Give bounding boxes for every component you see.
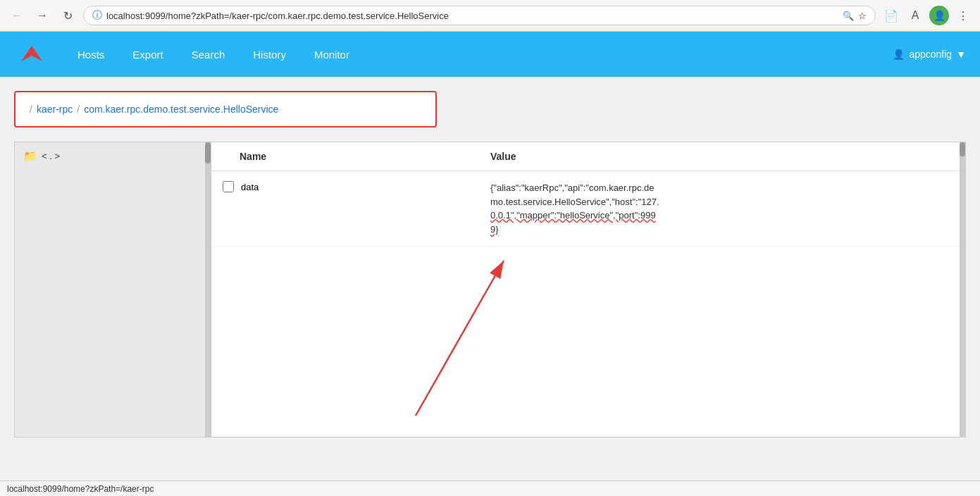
nav-export[interactable]: Export	[118, 32, 177, 77]
table-cell-name: data	[211, 171, 479, 247]
forward-button[interactable]: →	[32, 6, 52, 25]
nav-links: Hosts Export Search History Monitor	[63, 32, 893, 77]
profile-avatar[interactable]: 👤	[929, 6, 949, 25]
annotation-overlay	[211, 247, 965, 423]
logo-bird	[21, 46, 42, 61]
reload-button[interactable]: ↻	[58, 6, 77, 25]
username-label: appconfig	[909, 49, 952, 60]
app-logo	[14, 40, 49, 68]
table-cell-value: {"alias":"kaerRpc","api":"com.kaer.rpc.d…	[479, 171, 965, 247]
table-header-row: Name Value	[211, 142, 965, 171]
nav-user[interactable]: 👤 appconfig ▼	[893, 49, 966, 60]
breadcrumb-root: /	[30, 104, 32, 115]
nav-monitor[interactable]: Monitor	[300, 32, 364, 77]
left-scrollbar[interactable]	[205, 142, 211, 437]
tree-item[interactable]: 📁 < . >	[15, 142, 211, 170]
tree-item-label: < . >	[42, 151, 60, 161]
browser-toolbar: ← → ↻ ⓘ 🔍 ☆ 📄 A 👤 ⋮	[0, 0, 980, 31]
main-content: / kaer-rpc / com.kaer.rpc.demo.test.serv…	[0, 77, 980, 481]
info-icon: ⓘ	[92, 9, 102, 22]
nav-hosts[interactable]: Hosts	[63, 32, 118, 77]
breadcrumb-item-2[interactable]: com.kaer.rpc.demo.test.service.HelloServ…	[84, 104, 278, 115]
value-part4: 9}	[490, 224, 499, 235]
user-icon: 👤	[893, 49, 905, 60]
panels: 📁 < . > Name Value	[14, 142, 966, 438]
right-scrollbar-thumb	[960, 142, 965, 156]
pdf-extension-icon[interactable]: 📄	[881, 6, 901, 25]
left-scrollbar-thumb	[205, 142, 211, 163]
data-table: Name Value data	[211, 142, 965, 247]
app-nav: Hosts Export Search History Monitor 👤 ap…	[0, 32, 980, 77]
status-bar: localhost:9099/home?zkPath=/kaer-rpc	[0, 480, 980, 481]
breadcrumb-item-1[interactable]: kaer-rpc	[37, 104, 73, 115]
menu-icon[interactable]: ⋮	[953, 6, 973, 25]
col-value-header: Value	[479, 142, 965, 171]
table-row: data {"alias":"kaerRpc","api":"com.kaer.…	[211, 171, 965, 247]
nav-history[interactable]: History	[239, 32, 300, 77]
value-part3: 0.0.1","mapper":"helloService","port":99…	[490, 210, 656, 221]
right-panel: Name Value data	[211, 142, 966, 438]
left-panel: 📁 < . >	[14, 142, 211, 438]
browser-chrome: ← → ↻ ⓘ 🔍 ☆ 📄 A 👤 ⋮	[0, 0, 980, 32]
arrow-svg	[211, 247, 564, 423]
value-part1: {"alias":"kaerRpc","api":"com.kaer.rpc.d…	[490, 182, 654, 193]
translate-icon[interactable]: A	[905, 6, 925, 25]
value-part2: mo.test.service.HelloService","host":"12…	[490, 197, 659, 207]
annotation-arrow-line	[416, 261, 504, 416]
address-bar: ⓘ 🔍 ☆	[83, 6, 876, 25]
browser-actions: 📄 A 👤 ⋮	[881, 6, 973, 25]
search-icon: 🔍	[843, 11, 854, 21]
breadcrumb: / kaer-rpc / com.kaer.rpc.demo.test.serv…	[14, 91, 437, 128]
bookmark-icon: ☆	[858, 11, 867, 21]
url-input[interactable]	[106, 11, 838, 21]
back-button[interactable]: ←	[7, 6, 27, 25]
col-name-header: Name	[211, 142, 479, 171]
row-name-label: data	[241, 182, 259, 192]
row-value-text: {"alias":"kaerRpc","api":"com.kaer.rpc.d…	[490, 181, 954, 236]
folder-icon: 📁	[23, 149, 37, 163]
dropdown-arrow-icon: ▼	[956, 49, 966, 60]
breadcrumb-separator: /	[77, 104, 80, 115]
nav-search[interactable]: Search	[178, 32, 240, 77]
row-checkbox[interactable]	[223, 181, 234, 192]
